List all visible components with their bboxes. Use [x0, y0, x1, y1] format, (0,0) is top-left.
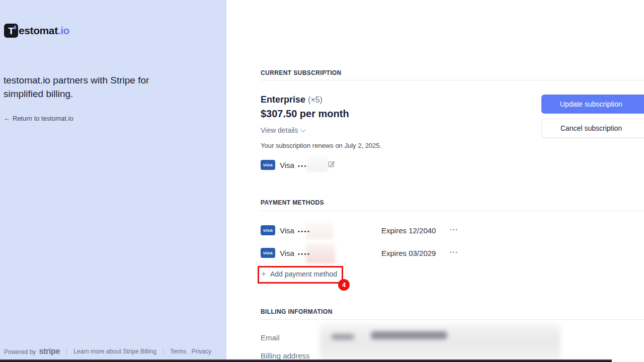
email-label: Email [261, 333, 280, 342]
bottom-screen-edge-strip [0, 359, 612, 362]
logo-letter: T [8, 26, 14, 36]
partner-headline: testomat.io partners with Stripe for sim… [4, 73, 159, 101]
card-brand-label: Visa [280, 249, 294, 257]
plan-price: $307.50 per month [261, 108, 349, 120]
visa-icon-text: VISA [263, 228, 273, 233]
billing-information-title: BILLING INFORMATION [261, 308, 333, 315]
visa-icon-text: VISA [263, 251, 273, 255]
card-overflow-menu[interactable]: ··· [450, 226, 458, 234]
add-payment-method-button[interactable]: + Add payment method [261, 269, 337, 278]
update-subscription-button[interactable]: Update subscription [541, 95, 644, 114]
card-expiry: Expires 12/2040 [381, 226, 436, 235]
payment-method-row: VISA Visa •••• [261, 246, 310, 260]
redacted-billing-details [320, 324, 560, 362]
redacted-card-number [307, 157, 328, 172]
cancel-subscription-button[interactable]: Cancel subscription [541, 119, 644, 138]
plan-row: Enterprise (×5) [261, 95, 323, 105]
section-divider [261, 319, 644, 320]
testomat-logo-icon: T [4, 24, 18, 38]
current-subscription-title: CURRENT SUBSCRIPTION [261, 69, 342, 76]
sidebar-footer: Powered by stripe Learn more about Strip… [4, 347, 211, 356]
card-number-dots: •••• [298, 227, 310, 234]
card-expiry: Expires 03/2029 [381, 249, 436, 257]
plan-name: Enterprise [261, 95, 305, 105]
redacted-email-fragment [371, 331, 447, 339]
logo-tld-text: .io [58, 25, 69, 36]
stripe-logo: stripe [39, 347, 60, 356]
card-brand-label: Visa [280, 226, 294, 235]
payment-methods-title: PAYMENT METHODS [261, 199, 324, 206]
logo-wordmark: estomat.io [19, 25, 69, 37]
visa-icon: VISA [261, 225, 275, 235]
testomat-logo: T estomat.io [4, 24, 69, 38]
view-details-label: View details [261, 126, 298, 134]
terms-link[interactable]: Terms [170, 348, 187, 355]
powered-by-stripe[interactable]: Powered by stripe [4, 347, 60, 356]
view-details-toggle[interactable]: View details [261, 126, 304, 134]
return-link-label: Return to testomat.io [13, 115, 73, 122]
visa-icon: VISA [261, 160, 275, 170]
card-overflow-menu[interactable]: ··· [450, 248, 458, 256]
logo-accent-notch [14, 26, 16, 29]
billing-portal-page: T estomat.io testomat.io partners with S… [0, 0, 644, 362]
chevron-down-icon [300, 127, 306, 132]
renewal-notice: Your subscription renews on July 2, 2025… [261, 142, 381, 149]
back-arrow-icon: ← [4, 115, 10, 122]
logo-word-text: estomat [19, 25, 58, 36]
annotation-step-badge: 4 [338, 279, 350, 291]
plan-quantity: (×5) [308, 96, 323, 105]
redacted-email-fragment [331, 334, 354, 340]
add-payment-method-label: Add payment method [270, 270, 337, 278]
learn-more-link[interactable]: Learn more about Stripe Billing [73, 348, 156, 355]
footer-divider [163, 348, 164, 355]
return-to-site-link[interactable]: ← Return to testomat.io [4, 115, 73, 122]
powered-by-label: Powered by [4, 348, 36, 355]
visa-icon: VISA [261, 248, 275, 258]
payment-method-row: VISA Visa •••• [261, 223, 310, 237]
section-divider [261, 211, 644, 211]
card-brand-label: Visa [280, 161, 294, 169]
section-divider [261, 80, 644, 80]
privacy-link[interactable]: Privacy [192, 348, 211, 355]
plus-icon: + [261, 269, 266, 278]
billing-address-label: Billing address [261, 351, 310, 360]
sidebar: T estomat.io testomat.io partners with S… [0, 0, 226, 362]
subscription-card-row: VISA Visa •••• [261, 158, 310, 172]
edit-card-icon[interactable] [328, 160, 335, 169]
visa-icon-text: VISA [263, 163, 273, 167]
card-number-dots: •••• [298, 249, 310, 257]
footer-divider [66, 348, 67, 355]
